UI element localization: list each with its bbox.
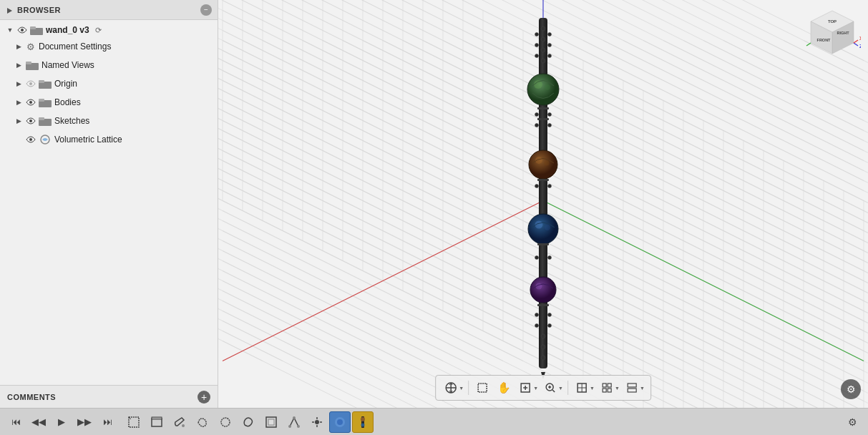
svg-rect-92 bbox=[152, 419, 162, 426]
gear-icon: ⚙ bbox=[26, 41, 36, 52]
svg-rect-89 bbox=[628, 388, 636, 392]
wand-tool-button[interactable] bbox=[352, 411, 374, 433]
svg-point-45 bbox=[545, 84, 550, 90]
view-options-dropdown-arrow[interactable]: ▼ bbox=[640, 386, 645, 391]
zoom-dropdown-arrow[interactable]: ▼ bbox=[558, 386, 563, 391]
tree-item-volumetric-lattice[interactable]: Volumetric Lattice bbox=[0, 130, 218, 149]
toolbar-divider-2 bbox=[567, 381, 568, 395]
svg-point-35 bbox=[535, 185, 539, 188]
svg-point-95 bbox=[221, 418, 230, 426]
root-eye-icon[interactable] bbox=[17, 25, 27, 35]
step-back-button[interactable]: ◀◀ bbox=[29, 412, 49, 432]
wand-svg bbox=[522, 7, 565, 379]
select-window-button[interactable] bbox=[146, 411, 167, 433]
svg-point-101 bbox=[315, 420, 319, 424]
root-folder-icon bbox=[30, 25, 43, 35]
svg-point-15 bbox=[29, 138, 32, 141]
view-options-button[interactable] bbox=[623, 378, 641, 397]
tree-item-sketches[interactable]: Sketches bbox=[0, 112, 218, 130]
svg-point-100 bbox=[297, 425, 300, 428]
zoom-fit-button[interactable] bbox=[516, 378, 535, 397]
named-views-folder-icon bbox=[26, 60, 39, 70]
point-select-button[interactable] bbox=[306, 411, 328, 433]
svg-line-69 bbox=[806, 43, 811, 46]
tree-item-bodies[interactable]: Bodies bbox=[0, 93, 218, 112]
bodies-label: Bodies bbox=[54, 97, 81, 107]
svg-point-18 bbox=[541, 26, 545, 31]
active-circle-tool-button[interactable] bbox=[329, 411, 351, 433]
play-button[interactable]: ▶ bbox=[52, 412, 72, 432]
svg-point-43 bbox=[527, 74, 559, 105]
grid-button[interactable] bbox=[598, 378, 616, 397]
sidebar-title: BROWSER bbox=[17, 6, 61, 14]
volumetric-special-icon bbox=[39, 135, 52, 145]
transform-dropdown-arrow[interactable]: ▼ bbox=[459, 386, 464, 391]
display-dropdown-arrow[interactable]: ▼ bbox=[590, 386, 595, 391]
svg-rect-8 bbox=[39, 80, 44, 83]
viewport-settings-button[interactable]: ⚙ bbox=[841, 379, 861, 399]
svg-point-24 bbox=[541, 356, 545, 360]
viewport[interactable]: TOP FRONT RIGHT Z X bbox=[218, 0, 868, 408]
sketches-eye-icon[interactable] bbox=[26, 116, 36, 126]
select-rect-button[interactable] bbox=[123, 411, 145, 433]
rewind-button[interactable]: ⏮ bbox=[6, 412, 26, 432]
svg-point-94 bbox=[182, 424, 185, 427]
volumetric-eye-icon[interactable] bbox=[26, 135, 36, 145]
svg-point-28 bbox=[548, 44, 552, 47]
origin-expand-arrow[interactable] bbox=[14, 79, 23, 88]
svg-rect-86 bbox=[603, 388, 606, 392]
svg-point-31 bbox=[535, 113, 539, 117]
sketches-folder-icon bbox=[39, 116, 52, 126]
tree-item-named-views[interactable]: Named Views bbox=[0, 56, 218, 74]
step-forward-button[interactable]: ▶▶ bbox=[74, 412, 94, 432]
svg-point-110 bbox=[361, 423, 365, 426]
tree-root-item[interactable]: wand_0 v3 ⟳ bbox=[0, 23, 218, 37]
navigation-cube[interactable]: TOP FRONT RIGHT Z X bbox=[804, 7, 861, 64]
svg-rect-14 bbox=[39, 117, 44, 120]
root-expand-arrow[interactable] bbox=[6, 26, 14, 34]
box-select-button[interactable] bbox=[473, 378, 492, 397]
svg-text:RIGHT: RIGHT bbox=[837, 31, 849, 35]
settings-button[interactable]: ⚙ bbox=[842, 412, 862, 432]
svg-text:FRONT: FRONT bbox=[817, 38, 832, 42]
zoom-fit-dropdown-arrow[interactable]: ▼ bbox=[533, 386, 538, 391]
bodies-expand-arrow[interactable] bbox=[14, 98, 23, 107]
origin-eye-icon[interactable] bbox=[26, 79, 36, 89]
root-item-label: wand_0 v3 bbox=[46, 25, 89, 35]
add-comment-button[interactable]: + bbox=[198, 391, 210, 404]
paint-select-button[interactable] bbox=[169, 411, 190, 433]
sketches-expand-arrow[interactable] bbox=[14, 117, 23, 125]
lasso-select-button[interactable] bbox=[238, 411, 259, 433]
tree-item-origin[interactable]: Origin bbox=[0, 74, 218, 93]
sidebar-close-button[interactable]: − bbox=[200, 4, 212, 16]
svg-rect-3 bbox=[30, 26, 36, 29]
named-views-expand-arrow[interactable] bbox=[14, 61, 23, 69]
svg-rect-55 bbox=[537, 118, 549, 120]
fast-forward-button[interactable]: ⏭ bbox=[97, 412, 117, 432]
svg-point-107 bbox=[337, 419, 343, 425]
transform-button[interactable] bbox=[442, 378, 460, 397]
collapse-triangle-icon[interactable] bbox=[6, 6, 13, 14]
circle-select-button[interactable] bbox=[215, 411, 236, 433]
svg-point-22 bbox=[541, 334, 545, 338]
bodies-eye-icon[interactable] bbox=[26, 97, 36, 107]
svg-point-25 bbox=[535, 33, 539, 36]
doc-settings-label: Document Settings bbox=[39, 41, 111, 52]
doc-settings-expand-arrow[interactable] bbox=[14, 42, 23, 51]
grid-dropdown-arrow[interactable]: ▼ bbox=[615, 386, 620, 391]
tree-item-doc-settings[interactable]: ⚙ Document Settings bbox=[0, 37, 218, 56]
svg-point-34 bbox=[548, 124, 552, 127]
root-refresh-icon[interactable]: ⟳ bbox=[95, 26, 102, 35]
sidebar-header: BROWSER − bbox=[0, 0, 218, 20]
svg-line-65 bbox=[854, 43, 858, 46]
transform-tool-group: ▼ bbox=[442, 378, 464, 397]
svg-point-27 bbox=[535, 44, 539, 47]
zoom-button[interactable] bbox=[541, 378, 560, 397]
svg-rect-88 bbox=[628, 383, 636, 387]
display-mode-button[interactable] bbox=[572, 378, 591, 397]
free-select-button[interactable] bbox=[192, 411, 213, 433]
pan-button[interactable]: ✋ bbox=[494, 378, 513, 397]
box-select-2-button[interactable] bbox=[260, 411, 282, 433]
path-select-button[interactable] bbox=[283, 411, 305, 433]
named-views-label: Named Views bbox=[42, 60, 94, 70]
